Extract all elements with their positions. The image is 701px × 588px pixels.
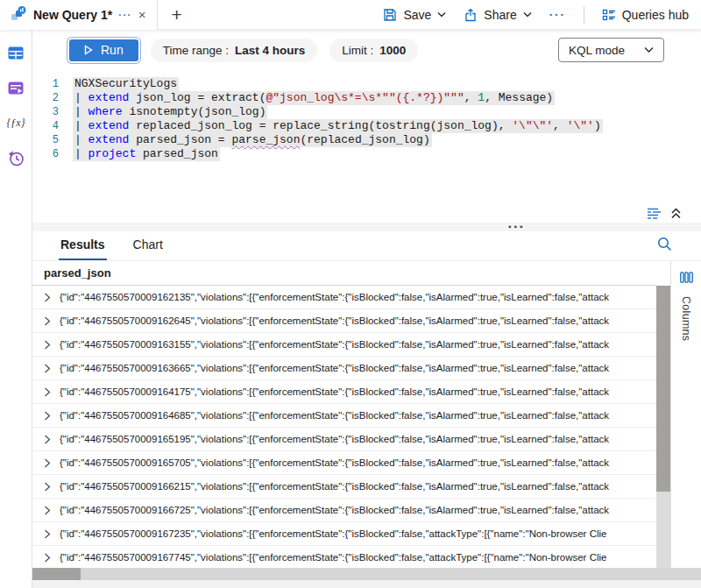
- table-row[interactable]: {"id":"4467550570009166215","violations"…: [32, 475, 656, 499]
- line-code: NGXSecurityLogs: [73, 77, 179, 91]
- functions-icon[interactable]: {ƒx}: [7, 114, 25, 131]
- expand-row-icon[interactable]: [44, 435, 51, 444]
- limit-picker[interactable]: Limit : 1000: [329, 39, 418, 62]
- vertical-scrollbar[interactable]: [656, 261, 670, 568]
- query-tab[interactable]: New Query 1* ··· ×: [0, 0, 158, 30]
- row-json-text: {"id":"4467550570009164685","violations"…: [60, 410, 609, 421]
- editor-line[interactable]: 1 NGXSecurityLogs: [32, 77, 701, 91]
- row-json-text: {"id":"4467550570009163665","violations"…: [60, 363, 609, 373]
- row-json-text: {"id":"4467550570009163155","violations"…: [60, 339, 609, 350]
- run-button[interactable]: Run: [69, 39, 138, 61]
- query-tab-logo-icon: [11, 5, 27, 25]
- expand-row-icon[interactable]: [44, 293, 51, 302]
- editor-line[interactable]: 5 | extend parsed_json = parse_json(repl…: [32, 133, 701, 147]
- line-code: | where isnotempty(json_log): [73, 105, 267, 119]
- expand-row-icon[interactable]: [44, 458, 51, 468]
- query-mode-select[interactable]: KQL mode: [558, 38, 664, 62]
- mode-chevron-down-icon: [644, 46, 654, 53]
- expand-row-icon[interactable]: [44, 316, 51, 326]
- vertical-scrollbar-thumb[interactable]: [656, 286, 670, 492]
- tab-bar-actions: Save Share ···: [383, 6, 701, 24]
- results-tab-strip: Results Chart: [32, 231, 701, 261]
- table-row[interactable]: {"id":"4467550570009164175","violations"…: [32, 380, 656, 404]
- horizontal-scrollbar-thumb[interactable]: [32, 568, 81, 580]
- line-code: | project parsed_json: [73, 147, 220, 161]
- row-json-text: {"id":"4467550570009167745","violations"…: [60, 552, 606, 563]
- line-number: 5: [32, 133, 73, 147]
- main-area: {ƒx} Run Time range : Last 4 hours Lim: [0, 30, 701, 588]
- line-number: 1: [32, 77, 73, 91]
- share-chevron-down-icon[interactable]: [523, 11, 532, 18]
- external-data-icon[interactable]: [7, 79, 25, 96]
- bottom-strip: [32, 580, 701, 588]
- tab-title: New Query 1*: [33, 8, 112, 22]
- line-code: | extend parsed_json = parse_json(replac…: [73, 133, 432, 147]
- editor-line[interactable]: 3 | where isnotempty(json_log): [32, 105, 701, 119]
- editor-line[interactable]: 2 | extend json_log = extract(@"json_log…: [32, 91, 701, 105]
- tab-close-icon[interactable]: ×: [138, 8, 146, 21]
- table-row[interactable]: {"id":"4467550570009165705","violations"…: [32, 451, 656, 475]
- kql-editor[interactable]: 1 NGXSecurityLogs 2 | extend json_log = …: [32, 70, 701, 203]
- line-code: | extend replaced_json_log = replace_str…: [73, 119, 603, 133]
- save-chevron-down-icon[interactable]: [437, 11, 446, 18]
- table-row[interactable]: {"id":"4467550570009163665","violations"…: [32, 357, 656, 380]
- columns-icon[interactable]: [680, 272, 693, 286]
- splitter-drag-handle[interactable]: ▪▪▪: [508, 222, 526, 231]
- panel-splitter[interactable]: ▪▪▪: [32, 223, 701, 231]
- row-json-text: {"id":"4467550570009165195","violations"…: [60, 434, 609, 444]
- editor-line[interactable]: 6 | project parsed_json: [32, 147, 701, 161]
- save-label: Save: [403, 8, 431, 22]
- queries-hub-button[interactable]: Queries hub: [602, 8, 689, 22]
- limit-label: Limit :: [342, 44, 373, 57]
- table-row[interactable]: {"id":"4467550570009167235","violations"…: [32, 522, 656, 546]
- horizontal-scrollbar[interactable]: [32, 568, 701, 580]
- share-icon: [464, 8, 478, 22]
- row-json-text: {"id":"4467550570009166215","violations"…: [60, 481, 609, 492]
- tab-chart[interactable]: Chart: [131, 237, 165, 260]
- table-row[interactable]: {"id":"4467550570009162645","violations"…: [32, 309, 656, 333]
- time-range-picker[interactable]: Time range : Last 4 hours: [151, 39, 318, 62]
- expand-row-icon[interactable]: [44, 364, 51, 373]
- table-row[interactable]: {"id":"4467550570009166725","violations"…: [32, 499, 656, 522]
- save-icon: [383, 8, 397, 22]
- save-button[interactable]: Save: [383, 8, 446, 22]
- row-json-text: {"id":"4467550570009162645","violations"…: [60, 315, 609, 326]
- left-icon-rail: {ƒx}: [0, 30, 32, 588]
- editor-line[interactable]: 4 | extend replaced_json_log = replace_s…: [32, 119, 701, 133]
- table-row[interactable]: {"id":"4467550570009164685","violations"…: [32, 404, 656, 428]
- expand-row-icon[interactable]: [44, 529, 51, 539]
- line-number: 2: [32, 91, 73, 105]
- expand-row-icon[interactable]: [44, 482, 51, 492]
- row-json-text: {"id":"4467550570009162135","violations"…: [60, 292, 609, 302]
- expand-row-icon[interactable]: [44, 411, 51, 421]
- query-history-icon[interactable]: [7, 149, 25, 166]
- share-button[interactable]: Share: [464, 8, 531, 22]
- expand-row-icon[interactable]: [44, 506, 51, 515]
- vertical-scrollbar-track[interactable]: [656, 286, 670, 568]
- expand-row-icon[interactable]: [44, 553, 51, 563]
- columns-panel-label[interactable]: Columns: [680, 296, 692, 341]
- table-row[interactable]: {"id":"4467550570009167745","violations"…: [32, 546, 656, 568]
- tab-results[interactable]: Results: [59, 237, 107, 260]
- search-icon[interactable]: [657, 237, 672, 254]
- play-icon: [84, 45, 93, 55]
- table-row[interactable]: {"id":"4467550570009165195","violations"…: [32, 428, 656, 451]
- collapse-editor-icon[interactable]: [670, 208, 682, 219]
- expand-row-icon[interactable]: [44, 387, 51, 397]
- table-row[interactable]: {"id":"4467550570009162135","violations"…: [32, 286, 656, 309]
- limit-value: 1000: [379, 44, 406, 57]
- queries-hub-icon: [602, 9, 616, 21]
- run-label: Run: [101, 43, 124, 57]
- query-toolbar: Run Time range : Last 4 hours Limit : 10…: [32, 30, 701, 70]
- tab-more-icon[interactable]: ···: [118, 10, 132, 20]
- more-actions-icon[interactable]: ···: [549, 8, 566, 21]
- expand-row-icon[interactable]: [44, 340, 51, 350]
- format-query-icon[interactable]: [647, 208, 662, 219]
- tables-icon[interactable]: [7, 44, 25, 61]
- columns-side-panel: Columns: [670, 261, 701, 568]
- column-header-parsed-json[interactable]: parsed_json: [32, 261, 656, 286]
- queries-hub-label: Queries hub: [622, 8, 689, 22]
- share-label: Share: [484, 8, 516, 22]
- table-row[interactable]: {"id":"4467550570009163155","violations"…: [32, 333, 656, 357]
- new-tab-button[interactable]: +: [172, 4, 182, 25]
